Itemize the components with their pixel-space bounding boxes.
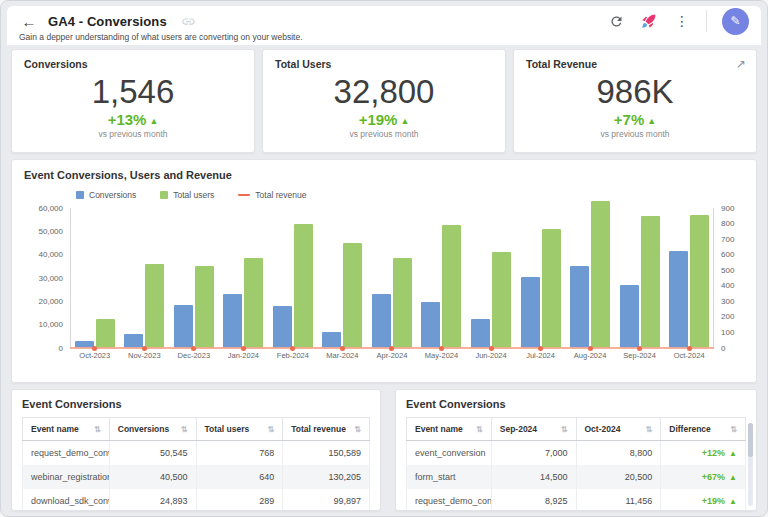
sort-icon[interactable]: ⇅ [181,425,188,434]
bar-legend-marker [76,191,84,199]
page-title: GA4 - Conversions [48,14,167,29]
bar-total-users[interactable] [343,243,362,348]
revenue-point[interactable] [489,346,494,351]
bar-group [268,208,318,348]
column-header-event-name[interactable]: Event name⇅ [407,418,492,441]
revenue-point[interactable] [687,346,692,351]
column-header-total-users[interactable]: Total users⇅ [196,418,283,441]
table-title: Event Conversions [406,398,746,410]
event-name-cell: request_demo_conversi... [23,441,110,466]
bar-group [70,208,120,348]
bar-total-users[interactable] [244,258,263,348]
kpi-caption: vs previous month [263,129,505,139]
bar-group [219,208,269,348]
x-axis-tick-label: Apr-2024 [367,351,417,364]
revenue-point[interactable] [290,346,295,351]
legend-label: Conversions [89,190,136,200]
bar-conversions[interactable] [570,266,589,348]
sort-icon[interactable]: ⇅ [476,425,483,434]
bar-conversions[interactable] [669,251,688,348]
refresh-icon[interactable] [607,12,625,30]
sort-icon[interactable]: ⇅ [354,425,361,434]
edit-button[interactable]: ✎ [722,8,749,35]
y-axis-tick-label: 400 [721,281,734,290]
legend-item-total-revenue[interactable]: Total revenue [238,190,306,200]
revenue-point[interactable] [191,346,196,351]
bar-total-users[interactable] [690,215,709,348]
column-header-event-name[interactable]: Event name⇅ [23,418,110,441]
difference-value: +12% [702,448,725,458]
bar-conversions[interactable] [421,302,440,348]
value-cell: 24,893 [109,489,196,511]
value-cell: 640 [196,465,283,489]
revenue-point[interactable] [241,346,246,351]
column-label: Oct-2024 [585,424,621,434]
value-cell: 14,500 [491,465,576,489]
link-icon[interactable] [181,14,196,29]
column-label: Total revenue [291,424,346,434]
table-scrollbar[interactable] [748,423,753,506]
legend-label: Total revenue [255,190,306,200]
bar-conversions[interactable] [521,277,540,348]
revenue-point[interactable] [92,346,97,351]
bar-conversions[interactable] [273,306,292,348]
event-conversions-table-card: Event Conversions Event name⇅Conversions… [11,389,381,511]
bar-total-users[interactable] [641,216,660,348]
maximize-icon[interactable]: ↗ [736,57,746,71]
triangle-up-icon: ▲ [149,116,158,126]
bar-conversions[interactable] [620,285,639,348]
y-axis-tick-label: 40,000 [39,250,63,259]
bar-conversions[interactable] [174,305,193,348]
back-button[interactable]: ← [19,11,39,31]
bar-total-users[interactable] [96,319,115,348]
sort-icon[interactable]: ⇅ [561,425,568,434]
revenue-point[interactable] [389,346,394,351]
bar-conversions[interactable] [372,294,391,348]
y-axis-tick-label: 0 [721,344,725,353]
more-menu-icon[interactable]: ⋮ [673,12,691,30]
bar-total-users[interactable] [542,229,561,348]
x-axis-tick-label: Mar-2024 [318,351,368,364]
bar-total-users[interactable] [442,225,461,348]
column-header-conversions[interactable]: Conversions⇅ [109,418,196,441]
kpi-card-total-revenue: Total Revenue ↗ 986K +7%▲ vs previous mo… [513,49,757,153]
column-header-difference[interactable]: Difference⇅ [661,418,746,441]
value-cell: 99,897 [283,489,370,511]
table-row: event_conversion7,0008,800+12%▲ [407,441,746,466]
sort-icon[interactable]: ⇅ [646,425,653,434]
x-axis-tick-label: Jan-2024 [219,351,269,364]
event-name-cell: webinar_registration [23,465,110,489]
bar-total-users[interactable] [492,252,511,348]
bar-total-users[interactable] [591,201,610,348]
legend-item-total-users[interactable]: Total users [160,190,214,200]
y-axis-tick-label: 700 [721,235,734,244]
column-header-total-revenue[interactable]: Total revenue⇅ [283,418,370,441]
bar-total-users[interactable] [145,264,164,348]
legend-item-conversions[interactable]: Conversions [76,190,136,200]
header-divider [706,10,707,32]
revenue-point[interactable] [637,346,642,351]
rocket-icon[interactable] [640,12,658,30]
bar-total-users[interactable] [393,258,412,348]
x-axis-tick-label: Dec-2023 [169,351,219,364]
bar-group [120,208,170,348]
column-label: Difference [669,424,711,434]
difference-value: +67% [702,472,725,482]
bar-total-users[interactable] [294,224,313,348]
event-name-cell: request_demo_conversi... [407,489,492,511]
sort-icon[interactable]: ⇅ [730,425,737,434]
column-header-sep-2024[interactable]: Sep-2024⇅ [491,418,576,441]
chart: 010,00020,00030,00040,00050,00060,000 Oc… [24,204,744,364]
bar-conversions[interactable] [223,294,242,348]
revenue-point[interactable] [142,346,147,351]
revenue-point[interactable] [538,346,543,351]
sort-icon[interactable]: ⇅ [94,425,101,434]
revenue-point[interactable] [439,346,444,351]
revenue-point[interactable] [340,346,345,351]
sort-icon[interactable]: ⇅ [268,425,275,434]
bar-total-users[interactable] [195,266,214,348]
revenue-point[interactable] [588,346,593,351]
event-name-cell: download_sdk_conversi... [23,489,110,511]
column-header-oct-2024[interactable]: Oct-2024⇅ [576,418,661,441]
bar-conversions[interactable] [471,319,490,348]
